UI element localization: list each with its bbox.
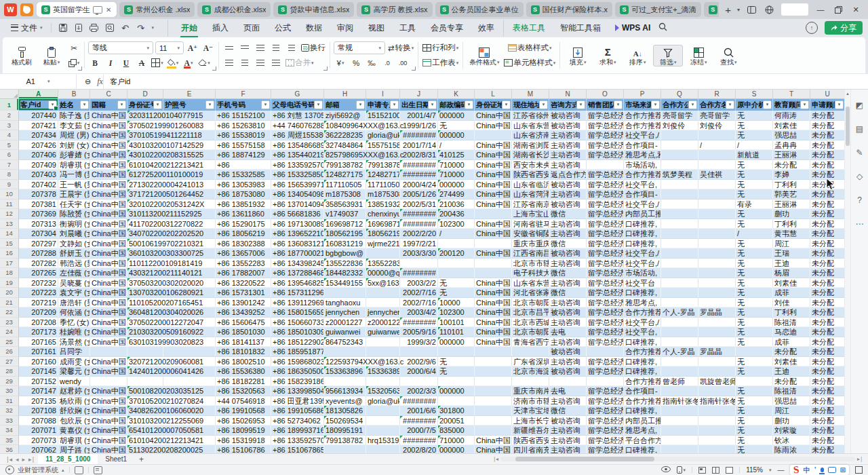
filter-dropdown-icon[interactable]: ▼ [153,100,162,109]
cell[interactable]: 无 [736,180,773,190]
cell[interactable]: 主动咨询 [549,130,587,140]
row-number[interactable]: 32 [0,406,19,416]
cell[interactable]: 207406 [19,150,58,160]
cell[interactable]: 合作方推荐 [624,396,661,406]
cell[interactable]: 王晨宇 (男 [58,189,90,200]
cell[interactable] [366,248,400,259]
cell[interactable]: 500106199702210321 [127,239,163,249]
column-header-N[interactable]: N [549,90,587,99]
cell[interactable]: 主动咨询 [549,278,587,288]
cell[interactable]: 2000/6/4 [400,366,438,377]
cell[interactable]: 主动咨询 [549,140,587,151]
file-menu[interactable]: 文件▾ [5,22,48,34]
cell[interactable]: 雅思考点, [624,298,661,308]
cell[interactable]: China中国 [90,298,127,308]
normal-view-icon[interactable] [698,467,706,474]
cell[interactable]: China中国 [475,298,512,308]
cell[interactable]: 包欣辰 (女 [58,416,90,426]
filter-dropdown-icon[interactable]: ▼ [800,100,809,109]
cell[interactable]: 未分配 [810,298,845,308]
cell[interactable]: China中国 [475,327,512,337]
cell[interactable]: 刘妍 (女) [58,140,90,151]
cell[interactable]: 市场活动, [624,268,661,278]
cell[interactable]: 000000 [438,337,475,347]
cell[interactable] [698,337,736,347]
ime-mic-icon[interactable] [821,468,824,472]
cell[interactable] [438,268,475,278]
cell[interactable] [324,347,366,357]
column-header-I[interactable]: I [366,90,400,99]
cell[interactable]: 153363896 [324,366,366,377]
cell[interactable]: China中国 [90,445,127,453]
cell[interactable] [438,396,475,406]
cell[interactable] [475,386,512,396]
cell[interactable]: 207145 [19,366,58,377]
cell[interactable]: China中国 [90,121,127,131]
cell[interactable]: 207232 [19,278,58,288]
cell[interactable]: +86 15731301 [216,288,271,298]
cell[interactable]: 成雨雯 (女 [58,357,90,367]
worksheet-button[interactable]: 工作表▾ [422,56,459,69]
cell[interactable] [698,357,736,367]
cell[interactable]: China中国 [90,386,127,396]
cell[interactable]: China中国 [475,248,512,259]
cell[interactable] [661,386,698,396]
cell[interactable]: 彭睿婧 (女 [58,150,90,160]
cell[interactable] [698,229,736,239]
cell[interactable]: +86 18002510 [216,357,271,367]
document-tab[interactable]: S可过_支付宝+_滴滴 [615,2,701,17]
cell[interactable]: 罗晶晶 [698,307,736,318]
cell[interactable]: 江苏省南京 [512,200,549,210]
cell[interactable]: 13851932 [366,200,400,210]
cell[interactable]: 何雨涛 [773,111,810,121]
cell[interactable]: +86 13901242 [216,298,271,308]
tab-审阅[interactable]: 审阅 [330,20,361,37]
cell[interactable]: 207304 [19,229,58,239]
cell[interactable]: 000000 [438,386,475,396]
cell[interactable]: 雅思考点, [624,425,661,436]
cell[interactable]: 2002/2/20 [400,229,438,239]
cell[interactable]: +86 18101832 [216,347,271,357]
cell[interactable] [698,150,736,160]
cell[interactable]: 留学总经济 [587,436,624,446]
cell[interactable]: 799138782 [324,436,366,446]
cell[interactable]: 主动咨询 [549,189,587,200]
filter-dropdown-icon[interactable]: ▼ [688,100,697,109]
cell[interactable]: 2003/2/2 [400,278,438,288]
tab-页面[interactable]: 页面 [236,20,267,37]
cell[interactable]: 未分配 [810,436,845,446]
cell[interactable] [698,239,736,249]
tab-效率[interactable]: 效率 [471,20,502,37]
cell[interactable]: 合作项目- [624,189,661,200]
cell[interactable]: 未分配 [810,347,845,357]
cell[interactable]: 124827175 [366,170,400,180]
cell[interactable] [475,406,512,416]
cell[interactable] [587,160,624,170]
cell[interactable]: 430102200208315525 [127,150,163,160]
cell[interactable]: 271302200004241013 [127,180,163,190]
cell[interactable]: 184482332 [324,268,366,278]
cell[interactable]: +86 18302388 [216,239,271,249]
cell[interactable]: 117110505 [324,180,366,190]
header-cell-B[interactable]: 姓名▼ [58,99,90,111]
cell[interactable]: 口碑推荐, [624,288,661,298]
sort-button[interactable]: A↓ 排序▾ [623,45,652,66]
cell[interactable]: 207161 [19,347,58,357]
cell[interactable]: 117110505 [366,180,400,190]
cell[interactable]: 吴佳祺 [698,170,736,180]
cell[interactable]: 被动咨询 [549,121,587,131]
cell[interactable]: 110105200207165451 [127,298,163,308]
row-number[interactable]: 36 [0,445,19,453]
row-number[interactable]: 30 [0,386,19,396]
cell[interactable]: 四川省南充 [512,445,549,453]
header-cell-T[interactable]: 教育顾问▼ [773,99,810,111]
cell[interactable]: 610104200212213421 [127,436,163,446]
cell[interactable]: 山东省东营 [512,278,549,288]
cell[interactable]: 956613934 [324,386,366,396]
clear-format-button[interactable]: ▾ [197,56,211,69]
fill-button[interactable]: 填充▾ [564,45,592,66]
header-cell-H[interactable]: 邮箱▼ [324,99,366,111]
filter-dropdown-icon[interactable]: ▼ [261,100,270,109]
cell[interactable]: 000000 [438,111,475,121]
underline-button[interactable]: U [119,56,133,69]
